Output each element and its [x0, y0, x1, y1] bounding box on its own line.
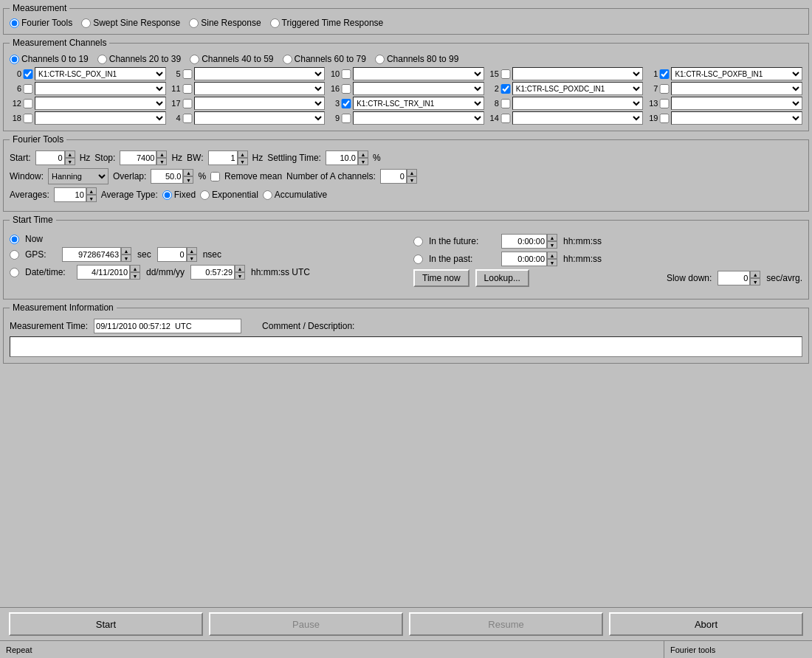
time-spinner[interactable]: ▲ ▼	[190, 265, 245, 280]
channel-check-11[interactable]	[182, 84, 193, 94]
gps-nsec-input[interactable]	[157, 247, 187, 262]
channel-select-2[interactable]: K1:CTR-LSC_POXDC_IN1	[512, 82, 644, 95]
slow-down-down[interactable]: ▼	[750, 278, 760, 285]
overlap-spinner[interactable]: ▲ ▼	[151, 169, 193, 184]
gps-sec-input[interactable]	[62, 247, 121, 262]
gps-sec-down[interactable]: ▼	[121, 254, 131, 262]
channel-check-6[interactable]	[23, 84, 33, 94]
resume-button[interactable]: Resume	[409, 612, 603, 636]
sine-response-radio[interactable]	[189, 18, 199, 28]
future-input[interactable]	[501, 234, 547, 249]
ch80-99-radio[interactable]	[375, 55, 385, 64]
averages-spinner[interactable]: ▲ ▼	[54, 187, 97, 202]
num-a-input[interactable]	[380, 169, 407, 184]
ch20-39-radio[interactable]	[97, 55, 107, 64]
avg-acc-radio[interactable]	[263, 190, 272, 200]
slow-down-input[interactable]	[718, 271, 750, 285]
past-input[interactable]	[501, 252, 547, 266]
past-down[interactable]: ▼	[547, 259, 557, 266]
gps-sec-up[interactable]: ▲	[121, 247, 131, 254]
avg-exp-radio[interactable]	[200, 190, 210, 200]
channel-select-0[interactable]: K1:CTR-LSC_POX_IN1	[35, 67, 166, 80]
swept-sine-radio[interactable]	[81, 18, 91, 28]
channel-select-7[interactable]	[671, 82, 802, 95]
channel-check-8[interactable]	[500, 99, 511, 108]
time-input[interactable]	[190, 265, 235, 280]
settling-input[interactable]	[326, 150, 358, 165]
ch40-59-radio[interactable]	[190, 55, 199, 64]
gps-radio[interactable]	[10, 250, 19, 260]
settling-spinner[interactable]: ▲ ▼	[326, 150, 368, 165]
future-spinner[interactable]: ▲ ▼	[501, 234, 557, 249]
ch0-19-radio[interactable]	[10, 55, 19, 64]
channel-select-19[interactable]	[671, 111, 802, 125]
channel-select-1[interactable]: K1:CTR-LSC_POXFB_IN1	[671, 67, 802, 80]
channel-check-17[interactable]	[182, 99, 193, 108]
channel-select-18[interactable]	[35, 111, 166, 125]
gps-nsec-up[interactable]: ▲	[187, 247, 197, 254]
channel-check-5[interactable]	[182, 69, 193, 79]
bw-spinner[interactable]: ▲ ▼	[208, 150, 248, 165]
datetime-radio[interactable]	[10, 268, 19, 277]
channel-check-9[interactable]	[341, 114, 351, 123]
channel-check-19[interactable]	[659, 114, 670, 123]
stop-hz-spinner[interactable]: ▲ ▼	[120, 150, 167, 165]
averages-down[interactable]: ▼	[86, 195, 97, 202]
time-down[interactable]: ▼	[235, 272, 245, 280]
meas-time-input[interactable]	[94, 319, 241, 333]
channel-select-11[interactable]	[194, 82, 326, 95]
bw-up[interactable]: ▲	[238, 150, 248, 158]
remove-mean-checkbox[interactable]	[210, 172, 220, 181]
overlap-up[interactable]: ▲	[183, 169, 193, 176]
future-down[interactable]: ▼	[547, 241, 557, 249]
date-input[interactable]	[77, 265, 130, 280]
channel-check-0[interactable]	[23, 69, 33, 79]
channel-check-18[interactable]	[23, 114, 33, 123]
pause-button[interactable]: Pause	[209, 612, 403, 636]
channel-select-12[interactable]	[35, 97, 166, 110]
window-select[interactable]: Hanning Flattop Rectangular Blackman	[48, 168, 109, 184]
ch60-79-radio[interactable]	[283, 55, 292, 64]
channel-select-17[interactable]	[194, 97, 326, 110]
num-a-down[interactable]: ▼	[407, 176, 417, 184]
channel-check-4[interactable]	[182, 114, 193, 123]
channel-select-4[interactable]	[194, 111, 326, 125]
channel-select-15[interactable]	[512, 67, 644, 80]
past-spinner[interactable]: ▲ ▼	[501, 252, 557, 266]
channel-select-10[interactable]	[353, 67, 484, 80]
channel-check-16[interactable]	[341, 84, 351, 94]
future-radio[interactable]	[413, 237, 423, 246]
slow-down-up[interactable]: ▲	[750, 271, 760, 278]
start-button[interactable]: Start	[9, 612, 203, 636]
channel-select-16[interactable]	[353, 82, 484, 95]
channel-select-8[interactable]	[512, 97, 644, 110]
channel-check-7[interactable]	[659, 84, 670, 94]
time-up[interactable]: ▲	[235, 265, 245, 272]
settling-down[interactable]: ▼	[358, 158, 368, 165]
gps-sec-spinner[interactable]: ▲ ▼	[62, 247, 131, 262]
gps-nsec-down[interactable]: ▼	[187, 254, 197, 262]
gps-nsec-spinner[interactable]: ▲ ▼	[157, 247, 197, 262]
channel-check-13[interactable]	[659, 99, 670, 108]
channel-select-9[interactable]	[353, 111, 484, 125]
channel-check-15[interactable]	[500, 69, 511, 79]
comment-input[interactable]	[10, 336, 802, 357]
num-a-spinner[interactable]: ▲ ▼	[380, 169, 417, 184]
channel-select-13[interactable]	[671, 97, 802, 110]
start-hz-spinner[interactable]: ▲ ▼	[35, 150, 75, 165]
start-hz-input[interactable]	[35, 150, 65, 165]
past-radio[interactable]	[413, 254, 423, 264]
stop-hz-input[interactable]	[120, 150, 156, 165]
channel-check-2[interactable]	[500, 84, 511, 94]
averages-input[interactable]	[54, 187, 86, 202]
channel-check-10[interactable]	[341, 69, 351, 79]
overlap-input[interactable]	[151, 169, 183, 184]
date-up[interactable]: ▲	[130, 265, 140, 272]
future-up[interactable]: ▲	[547, 234, 557, 241]
date-down[interactable]: ▼	[130, 272, 140, 280]
stop-hz-up[interactable]: ▲	[156, 150, 167, 158]
overlap-down[interactable]: ▼	[183, 176, 193, 184]
averages-up[interactable]: ▲	[86, 187, 97, 195]
channel-check-3[interactable]	[341, 99, 351, 108]
channel-check-12[interactable]	[23, 99, 33, 108]
